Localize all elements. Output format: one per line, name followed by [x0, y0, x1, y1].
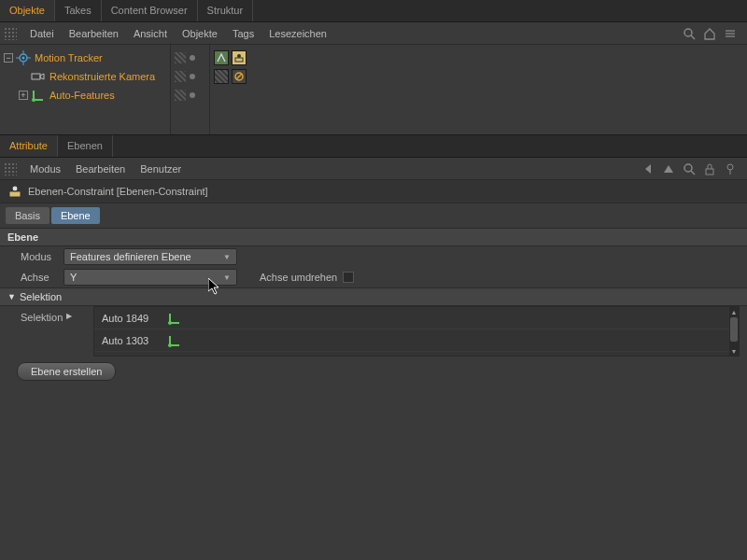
layer-hatch-icon — [175, 90, 186, 101]
nav-back-icon[interactable] — [641, 161, 655, 176]
menu-bearbeiten-attr[interactable]: Bearbeiten — [68, 160, 133, 178]
dropdown-achse[interactable]: Y ▼ — [63, 269, 237, 286]
search-icon[interactable] — [682, 26, 697, 41]
tab-ebenen[interactable]: Ebenen — [58, 135, 113, 157]
tag-disable[interactable] — [232, 69, 247, 84]
menu-modus[interactable]: Modus — [22, 160, 68, 178]
section-title: Ebenen-Constraint [Ebenen-Constraint] — [28, 186, 208, 197]
tree-item-motion-tracker[interactable]: − Motion Tracker — [0, 49, 170, 67]
tag-object[interactable] — [214, 50, 229, 65]
group-ebene: Ebene — [0, 228, 747, 246]
expander-minus-icon[interactable]: − — [4, 53, 13, 63]
group-label: Selektion — [20, 291, 62, 302]
menu-objekte[interactable]: Objekte — [175, 24, 225, 43]
list-item[interactable]: Auto 1303 — [94, 329, 739, 352]
attribute-menubar: Modus Bearbeiten Benutzer — [0, 158, 747, 180]
subtab-basis[interactable]: Basis — [6, 207, 49, 224]
tag-constraint[interactable] — [232, 50, 247, 65]
tree-label: Auto-Features — [49, 90, 115, 101]
nav-up-icon[interactable] — [661, 161, 676, 176]
camera-icon — [31, 69, 46, 84]
field-modus: Modus Features definieren Ebene ▼ — [0, 246, 747, 267]
constraint-icon — [7, 184, 22, 199]
visibility-dot-icon[interactable] — [190, 74, 195, 79]
svg-rect-21 — [706, 169, 713, 175]
visibility-dot-icon[interactable] — [190, 92, 195, 98]
list-item[interactable]: Auto 1482 — [94, 352, 739, 357]
label-selektion: Selektion — [21, 312, 63, 323]
layer-column — [170, 45, 209, 134]
svg-line-18 — [236, 74, 242, 79]
scroll-up-icon[interactable]: ▲ — [729, 307, 739, 316]
button-row: Ebene erstellen — [0, 357, 747, 386]
menu-tags[interactable]: Tags — [225, 24, 261, 43]
create-plane-button[interactable]: Ebene erstellen — [17, 362, 116, 381]
svg-point-0 — [684, 29, 692, 36]
list-item-label: Auto 1303 — [102, 335, 167, 346]
null-object-icon — [167, 311, 182, 326]
subtab-ebene[interactable]: Ebene — [51, 207, 100, 224]
object-manager-tabs: Objekte Takes Content Browser Struktur — [0, 0, 747, 22]
tree-item-camera[interactable]: Rekonstruierte Kamera — [0, 67, 170, 86]
null-object-icon — [167, 356, 182, 357]
menu-bearbeiten[interactable]: Bearbeiten — [62, 24, 126, 43]
svg-line-1 — [691, 35, 695, 39]
scrollbar-thumb[interactable] — [730, 317, 738, 342]
layer-cell[interactable] — [171, 86, 209, 105]
label-modus: Modus — [7, 251, 63, 262]
section-header: Ebenen-Constraint [Ebenen-Constraint] — [0, 180, 747, 203]
tree-item-auto-features[interactable]: + Auto-Features — [0, 86, 170, 105]
scroll-down-icon[interactable]: ▼ — [729, 346, 739, 356]
menu-ansicht[interactable]: Ansicht — [126, 24, 175, 43]
svg-rect-24 — [9, 191, 21, 197]
attribute-manager: Attribute Ebenen Modus Bearbeiten Benutz… — [0, 134, 747, 386]
svg-point-22 — [727, 164, 733, 170]
object-manager-body: − Motion Tracker Rekonstruierte Kamera +… — [0, 45, 747, 134]
triangle-right-icon[interactable]: ▶ — [66, 312, 72, 320]
menu-datei[interactable]: Datei — [22, 24, 62, 43]
tab-struktur[interactable]: Struktur — [198, 0, 254, 21]
layer-hatch-icon — [175, 52, 186, 63]
home-icon[interactable] — [702, 26, 717, 41]
tab-objekte[interactable]: Objekte — [0, 0, 55, 21]
dropdown-modus[interactable]: Features definieren Ebene ▼ — [63, 248, 237, 265]
expander-plus-icon[interactable]: + — [19, 91, 28, 100]
hatch-icon — [215, 70, 228, 83]
search-icon[interactable] — [682, 161, 697, 176]
svg-point-25 — [12, 186, 18, 191]
menu-lesezeichen[interactable]: Lesezeichen — [261, 24, 334, 43]
svg-line-20 — [691, 171, 695, 175]
group-selektion[interactable]: ▼ Selektion — [0, 287, 747, 306]
tab-content-browser[interactable]: Content Browser — [102, 0, 198, 21]
svg-point-31 — [168, 343, 172, 347]
lock-icon[interactable] — [702, 161, 717, 176]
grip-icon[interactable] — [4, 27, 17, 40]
attribute-tabs: Attribute Ebenen — [0, 135, 747, 158]
layer-cell[interactable] — [171, 67, 209, 86]
object-manager-menubar: Datei Bearbeiten Ansicht Objekte Tags Le… — [0, 22, 747, 45]
tag-hatch[interactable] — [214, 69, 229, 84]
svg-rect-11 — [32, 74, 40, 79]
scrollbar[interactable]: ▲ ▼ — [729, 307, 739, 356]
tree-label: Motion Tracker — [35, 52, 103, 63]
layer-cell[interactable] — [171, 49, 209, 67]
tab-takes[interactable]: Takes — [55, 0, 102, 21]
dropdown-value: Y — [70, 272, 77, 283]
menu-benutzer[interactable]: Benutzer — [133, 160, 189, 178]
selection-body: Selektion ▶ Auto 1849 Auto 1303 Auto 148… — [0, 306, 747, 357]
list-icon[interactable] — [723, 26, 738, 41]
field-achse: Achse Y ▼ Achse umdrehen — [0, 267, 747, 287]
svg-point-14 — [32, 98, 35, 102]
svg-point-6 — [22, 57, 25, 60]
list-item[interactable]: Auto 1849 — [94, 307, 739, 329]
checkbox-achse-umdrehen[interactable] — [343, 272, 354, 283]
visibility-dot-icon[interactable] — [190, 55, 195, 61]
chevron-down-icon: ▼ — [223, 273, 231, 282]
layer-hatch-icon — [175, 71, 186, 82]
svg-rect-15 — [235, 58, 243, 62]
selection-list[interactable]: Auto 1849 Auto 1303 Auto 1482 ▲ ▼ — [93, 306, 740, 357]
grip-icon[interactable] — [4, 162, 17, 175]
pin-icon[interactable] — [723, 161, 738, 176]
tab-attribute[interactable]: Attribute — [0, 135, 58, 157]
label-achse-umdrehen: Achse umdrehen — [260, 272, 337, 283]
